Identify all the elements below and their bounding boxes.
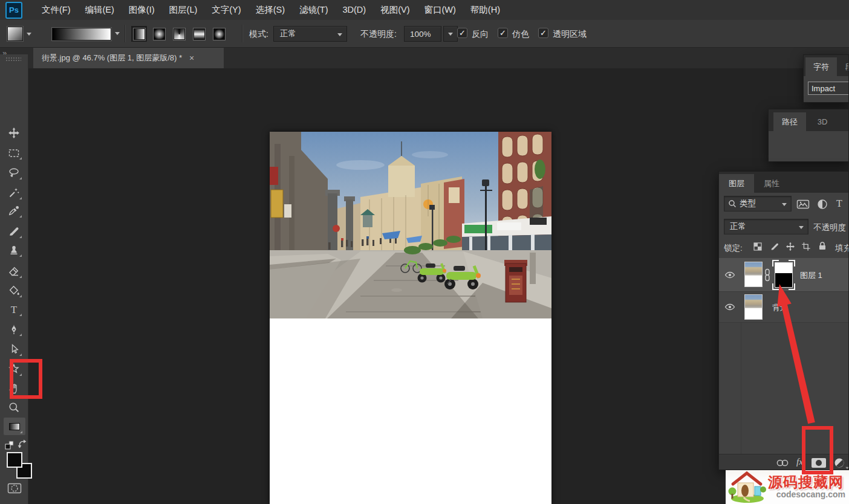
zoom-tool-icon[interactable] — [8, 401, 20, 413]
layer-thumbnail[interactable] — [744, 262, 763, 287]
paths-panel: 路径 3D — [768, 109, 849, 162]
gradient-picker-chevron-icon[interactable] — [115, 32, 120, 35]
default-colors-icon[interactable] — [4, 440, 14, 452]
menu-item[interactable]: 文字(Y) — [204, 0, 248, 20]
diamond-gradient-icon — [213, 28, 225, 40]
radial-gradient-icon — [154, 28, 165, 40]
eyedropper-tool-icon[interactable] — [8, 205, 20, 217]
transparency-checkbox[interactable]: ✓ — [538, 28, 548, 38]
dither-label: 仿色 — [512, 29, 529, 40]
eye-icon[interactable] — [724, 271, 735, 282]
menu-item[interactable]: 窗口(W) — [417, 0, 463, 20]
menu-item[interactable]: 3D(D) — [335, 0, 373, 20]
move-tool-icon[interactable] — [8, 127, 20, 139]
layer-mask-selected-frame[interactable] — [772, 260, 795, 290]
blend-mode-value: 正常 — [280, 28, 296, 39]
marquee-tool-icon[interactable] — [8, 147, 20, 159]
gradient-preset-chevron-icon[interactable] — [27, 33, 31, 36]
tab-properties[interactable]: 属性 — [754, 174, 789, 193]
menu-item[interactable]: 视图(V) — [373, 0, 417, 20]
brush-tool-icon[interactable] — [8, 225, 20, 237]
opacity-input[interactable]: 100% — [404, 26, 441, 42]
dither-checkbox[interactable]: ✓ — [498, 28, 508, 38]
blend-mode-select[interactable]: 正常 — [273, 26, 347, 42]
diamond-gradient-button[interactable] — [211, 26, 227, 42]
chevron-down-icon — [337, 33, 342, 36]
font-family-input[interactable] — [808, 82, 849, 95]
layer-list: 图层 1 背景 — [719, 258, 848, 454]
swap-colors-icon[interactable] — [17, 439, 28, 452]
mask-link-chain-icon[interactable] — [764, 268, 771, 284]
reflected-gradient-button[interactable] — [191, 26, 207, 42]
type-tool-icon[interactable]: T — [8, 303, 20, 315]
tab-3d[interactable]: 3D — [810, 112, 835, 131]
pen-tool-icon[interactable] — [8, 323, 20, 335]
watermark-domain[interactable]: codesocang.com — [768, 489, 845, 499]
lock-move-icon[interactable] — [786, 242, 795, 254]
angle-gradient-icon — [174, 28, 185, 40]
menu-item[interactable]: 图层(L) — [162, 0, 205, 20]
close-tab-icon[interactable]: × — [189, 53, 194, 63]
menu-item[interactable]: 选择(S) — [249, 0, 292, 20]
gradient-preset-icon[interactable] — [7, 27, 23, 41]
layer-row-background[interactable]: 背景 — [719, 292, 848, 323]
document-canvas[interactable] — [270, 132, 551, 504]
watermark-house-icon — [728, 471, 768, 503]
paint-bucket-tool-icon[interactable] — [8, 285, 20, 297]
angle-gradient-button[interactable] — [171, 26, 187, 42]
gradient-tool-icon[interactable] — [8, 421, 21, 433]
radial-gradient-button[interactable] — [151, 26, 167, 42]
adjustment-layer-icon[interactable] — [834, 457, 845, 470]
pixel-filter-icon[interactable] — [796, 199, 810, 212]
link-layers-icon[interactable] — [776, 459, 789, 470]
tools-panel: T — [0, 54, 28, 504]
layer-thumbnail[interactable] — [744, 294, 763, 320]
layer-row-layer1[interactable]: 图层 1 — [719, 258, 848, 292]
toolbar-grip[interactable] — [5, 57, 21, 62]
tab-layers[interactable]: 图层 — [719, 174, 754, 193]
foreground-color-swatch[interactable] — [7, 452, 22, 468]
lock-all-icon[interactable] — [818, 241, 827, 253]
layers-panel: 图层 属性 类型 T 正常 不透明度 锁定: — [718, 171, 849, 470]
tab-character[interactable]: 字符 — [805, 57, 837, 76]
linear-gradient-button[interactable] — [131, 26, 147, 42]
layer-blend-mode-select[interactable]: 正常 — [724, 219, 808, 234]
reflected-gradient-icon — [194, 28, 205, 40]
layer-name[interactable]: 背景 — [772, 302, 788, 313]
document-tab[interactable]: 街景.jpg @ 46.7% (图层 1, 图层蒙版/8) * × — [33, 47, 224, 68]
eye-icon[interactable] — [724, 303, 735, 314]
menu-item[interactable]: 编辑(E) — [78, 0, 122, 20]
reverse-checkbox[interactable]: ✓ — [457, 28, 467, 38]
layer-filter-select[interactable]: 类型 — [724, 196, 792, 212]
tab-paragraph[interactable]: 段落 — [840, 57, 849, 76]
menu-item[interactable]: 滤镜(T) — [292, 0, 336, 20]
adjustment-filter-icon[interactable] — [817, 199, 828, 212]
lock-artboard-icon[interactable] — [801, 242, 811, 254]
clone-stamp-tool-icon[interactable] — [8, 244, 20, 256]
lasso-tool-icon[interactable] — [8, 167, 20, 179]
quick-mask-icon[interactable] — [7, 482, 22, 497]
tab-paths[interactable]: 路径 — [773, 112, 806, 131]
path-select-tool-icon[interactable] — [8, 343, 20, 355]
chevron-down-icon — [845, 467, 849, 470]
lock-transparent-icon[interactable] — [753, 242, 763, 254]
chevron-down-icon — [448, 33, 453, 36]
menu-item[interactable]: 帮助(H) — [463, 0, 507, 20]
menu-item[interactable]: 文件(F) — [34, 0, 78, 20]
opacity-dropdown-button[interactable] — [443, 26, 458, 42]
chevron-down-icon — [799, 226, 804, 229]
annotation-box-add-mask — [802, 426, 833, 474]
gradient-editor-bar[interactable] — [52, 28, 111, 40]
layer-name[interactable]: 图层 1 — [800, 270, 822, 281]
document-title: 街景.jpg @ 46.7% (图层 1, 图层蒙版/8) * — [33, 53, 182, 63]
lock-paint-icon[interactable] — [770, 242, 779, 254]
layers-panel-tabs: 图层 属性 — [719, 172, 848, 193]
character-panel-tabs: 字符 段落 — [804, 55, 848, 76]
annotation-box-gradient-tool — [10, 359, 42, 399]
tool-options-bar: 模式: 正常 不透明度: 100% ✓ 反向 ✓ 仿色 ✓ 透明区域 — [0, 20, 849, 48]
ps-logo-icon[interactable]: Ps — [5, 2, 22, 19]
type-filter-icon[interactable]: T — [836, 198, 842, 209]
magic-wand-tool-icon[interactable] — [8, 187, 20, 199]
eraser-tool-icon[interactable] — [8, 265, 20, 277]
menu-item[interactable]: 图像(I) — [122, 0, 162, 20]
